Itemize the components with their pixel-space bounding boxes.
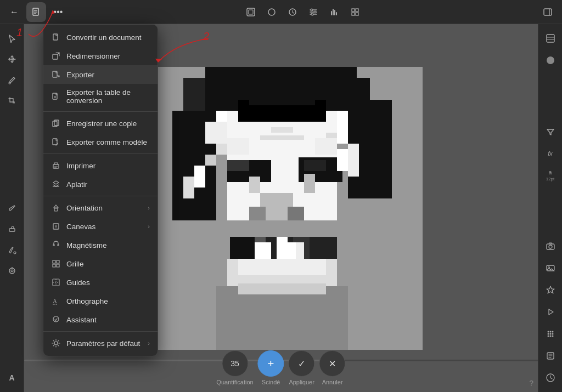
brush-tool[interactable] (2, 198, 22, 218)
svg-point-85 (547, 333, 549, 335)
star-icon (546, 285, 555, 295)
adjustments-button[interactable] (304, 2, 323, 22)
canvas-label: Canevas (66, 223, 142, 231)
spell-icon: A (51, 296, 61, 306)
star-button[interactable] (541, 280, 560, 300)
canvas-svg (139, 67, 423, 350)
cancel-control[interactable]: ✕ Annuler (319, 350, 346, 385)
svg-rect-113 (53, 264, 55, 267)
personas-button[interactable] (241, 2, 261, 22)
fill-icon (8, 246, 16, 254)
svg-rect-4 (247, 8, 255, 16)
svg-point-8 (311, 9, 313, 11)
menu-item-print[interactable]: Imprimer (43, 156, 158, 175)
export-icon (51, 70, 61, 79)
right-panel-button[interactable] (538, 2, 558, 22)
menu-item-convert[interactable]: Convertir un document (43, 28, 158, 47)
menu-item-export-table[interactable]: Exporter la table de conversion (43, 84, 158, 109)
crop-tool[interactable] (2, 91, 22, 111)
svg-rect-64 (183, 177, 194, 198)
pointer-icon (8, 34, 16, 43)
menu-item-grid[interactable]: Grille (43, 254, 158, 273)
menu-item-export-template[interactable]: Exporter comme modèle (43, 133, 158, 151)
circle-tool-button[interactable] (262, 2, 282, 22)
quantification-circle[interactable]: 35 (222, 350, 248, 377)
quantification-label: Quantification (216, 379, 253, 385)
grid-tool-button[interactable] (345, 2, 365, 22)
svg-rect-55 (227, 138, 249, 155)
back-button[interactable]: ← (4, 2, 24, 22)
image-button[interactable] (541, 258, 560, 278)
top-toolbar: ← ••• (0, 0, 562, 24)
text-tool[interactable]: A (2, 368, 22, 388)
quantification-control[interactable]: 35 Quantification (216, 350, 253, 385)
menu-item-spelling[interactable]: A Orthographe (43, 292, 158, 310)
svg-rect-112 (57, 260, 59, 263)
svg-point-82 (547, 331, 549, 333)
circle-panel-button[interactable] (541, 50, 560, 70)
waveform-button[interactable] (324, 2, 344, 22)
menu-item-export[interactable]: Exporter (43, 65, 158, 84)
menu-item-magnetism[interactable]: Magnétisme (43, 236, 158, 254)
spelling-label: Orthographe (66, 297, 150, 305)
svg-rect-39 (304, 160, 326, 171)
pointer-tool[interactable] (2, 29, 22, 48)
svg-rect-63 (194, 166, 205, 188)
document-button[interactable] (26, 2, 46, 22)
svg-point-90 (552, 336, 553, 337)
clock-button[interactable] (541, 368, 560, 388)
play-button[interactable] (541, 302, 560, 322)
convert-icon (51, 32, 61, 42)
menu-item-assistant[interactable]: Assistant (43, 310, 158, 329)
svg-rect-18 (356, 13, 358, 15)
canvas-image[interactable] (139, 67, 423, 350)
svg-point-83 (549, 331, 551, 333)
erase-tool[interactable] (2, 219, 22, 239)
menu-item-resize[interactable]: Redimensionner (43, 47, 158, 65)
apply-control[interactable]: ✓ Appliquer (289, 350, 315, 385)
export-template-icon (51, 137, 61, 147)
svg-rect-15 (352, 9, 355, 12)
clone-tool[interactable] (2, 261, 22, 281)
menu-item-flatten[interactable]: Aplatir (43, 175, 158, 194)
menu-item-canvas[interactable]: Canevas › (43, 217, 158, 236)
filter-panel-button[interactable] (541, 122, 560, 141)
menu-item-orientation[interactable]: Orientation › (43, 198, 158, 217)
clone-icon (8, 266, 16, 275)
erase-icon (8, 225, 16, 234)
menu-divider-2 (43, 154, 158, 154)
apply-circle[interactable]: ✓ (289, 350, 315, 377)
menu-divider-3 (43, 196, 158, 196)
scinde-label: Scindé (262, 379, 280, 385)
svg-rect-95 (53, 71, 57, 77)
svg-rect-111 (53, 260, 55, 263)
menu-item-save-copy[interactable]: Enregistrer une copie (43, 114, 158, 133)
svg-rect-73 (260, 135, 304, 140)
more-button[interactable]: ••• (48, 2, 68, 22)
back-icon: ← (10, 7, 19, 17)
history-button[interactable] (283, 2, 302, 22)
move-tool[interactable] (2, 49, 22, 69)
eyedropper-tool[interactable] (2, 70, 22, 90)
font-size-button[interactable]: a12pt (541, 166, 560, 185)
help-button[interactable]: ? (529, 379, 533, 388)
camera-button[interactable] (541, 236, 560, 256)
cancel-circle[interactable]: ✕ (319, 350, 346, 377)
export-table-icon (51, 92, 61, 101)
apps-icon (546, 329, 555, 339)
fx-button[interactable]: fx (541, 144, 560, 163)
orientation-label: Orientation (66, 204, 142, 212)
apps-button[interactable] (541, 324, 560, 344)
scinde-control[interactable]: Scindé (258, 350, 284, 385)
svg-point-89 (549, 336, 551, 337)
waveform-icon (329, 7, 339, 17)
guides-icon (51, 277, 61, 287)
fill-tool[interactable] (2, 240, 22, 260)
menu-item-defaults[interactable]: Paramètres par défaut › (43, 334, 158, 353)
svg-rect-106 (54, 208, 58, 211)
layers-panel-button[interactable] (541, 29, 560, 48)
export-panel-button[interactable] (541, 346, 560, 366)
scinde-circle[interactable] (258, 350, 284, 377)
svg-rect-34 (205, 122, 227, 144)
menu-item-guides[interactable]: Guides (43, 273, 158, 292)
